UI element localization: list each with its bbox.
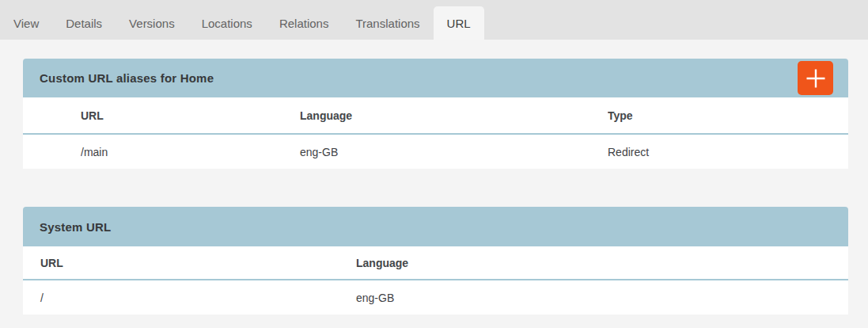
column-header-url: URL (81, 97, 300, 134)
system-url-panel: System URL URL Language / eng-GB (23, 207, 848, 315)
tab-translations[interactable]: Translations (342, 6, 433, 40)
tab-locations[interactable]: Locations (188, 6, 266, 40)
tab-url[interactable]: URL (434, 6, 484, 40)
system-url-title: System URL (40, 220, 111, 234)
custom-url-aliases-header: Custom URL aliases for Home (23, 59, 848, 97)
column-header-checkbox-spacer (23, 97, 81, 134)
table-row: /main eng-GB Redirect (23, 134, 848, 169)
custom-url-aliases-panel: Custom URL aliases for Home URL (23, 59, 848, 169)
alias-type-cell: Redirect (608, 134, 848, 169)
table-header-row: URL Language Type (23, 97, 848, 134)
content-tab-bar: View Details Versions Locations Relation… (0, 0, 868, 40)
alias-language-cell: eng-GB (300, 134, 608, 169)
system-url-table: URL Language / eng-GB (23, 246, 848, 315)
custom-url-aliases-title: Custom URL aliases for Home (40, 71, 214, 85)
column-header-url: URL (23, 246, 339, 280)
system-url-header: System URL (23, 207, 848, 246)
system-url-cell: / (23, 280, 339, 315)
plus-icon (804, 67, 828, 90)
system-language-cell: eng-GB (339, 280, 848, 315)
tab-view[interactable]: View (0, 6, 52, 40)
tab-versions[interactable]: Versions (116, 6, 188, 40)
custom-url-aliases-table: URL Language Type /main eng-GB Redirect (23, 97, 848, 169)
tab-relations[interactable]: Relations (266, 6, 343, 40)
alias-url-cell: /main (81, 134, 300, 169)
add-url-alias-button[interactable] (798, 61, 833, 95)
column-header-language: Language (339, 246, 848, 280)
url-tab-content: Custom URL aliases for Home URL (23, 59, 848, 315)
tab-details[interactable]: Details (52, 6, 116, 40)
table-header-row: URL Language (23, 246, 848, 280)
table-row: / eng-GB (23, 280, 848, 315)
column-header-language: Language (300, 97, 608, 134)
column-header-type: Type (608, 97, 848, 134)
row-checkbox-spacer (23, 134, 81, 169)
